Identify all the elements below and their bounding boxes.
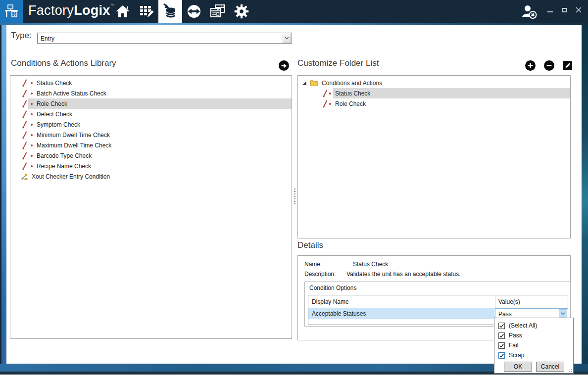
option-fail[interactable]: Fail [498, 340, 518, 350]
table-header: Display Name Value(s) [308, 295, 568, 308]
conditions-library-icon[interactable] [158, 0, 182, 23]
condition-icon [21, 100, 28, 108]
tree-node-label: Role Check [335, 100, 366, 107]
list-item[interactable]: Batch Active Status Check [10, 88, 292, 98]
description-label: Description: [304, 271, 336, 278]
add-folder-button[interactable] [525, 60, 536, 71]
option-select-all[interactable]: (Select All) [498, 321, 537, 330]
bullet-icon [329, 93, 331, 94]
add-to-folder-arrow-button[interactable] [279, 60, 289, 71]
factorylogix-logo-icon [0, 0, 23, 23]
ok-button[interactable]: OK [504, 362, 532, 372]
list-item[interactable]: Minimum Dwell Time Check [10, 130, 292, 140]
close-icon[interactable] [576, 7, 582, 13]
list-item[interactable]: Status Check [10, 78, 292, 88]
list-item-label: Status Check [37, 80, 72, 87]
tree-node-root[interactable]: Conditions and Actions [298, 78, 570, 88]
chevron-down-icon[interactable] [559, 309, 567, 318]
custom-condition-icon [21, 173, 28, 181]
list-item-label: Maximum Dwell Time Check [37, 142, 111, 149]
option-display-name: Acceptable Statuses [312, 310, 366, 317]
bullet-icon [329, 103, 331, 105]
condition-icon [21, 110, 28, 118]
condition-icon [21, 141, 28, 149]
list-item[interactable]: Symptom Check [10, 119, 292, 130]
documents-icon[interactable] [206, 0, 230, 23]
value-combo-text: Pass [498, 311, 512, 318]
folder-tree: Conditions and Actions Status Check Role… [297, 75, 571, 238]
settings-gear-icon[interactable] [230, 0, 253, 23]
user-logout-icon[interactable] [521, 4, 539, 20]
list-item-label: Xout Checker Entry Condition [32, 173, 110, 180]
type-label: Type: [11, 31, 32, 41]
checkbox-checked-icon[interactable] [498, 342, 505, 349]
list-item-label: Minimum Dwell Time Check [37, 132, 110, 139]
titlebar: FactoryLogix™ [0, 0, 588, 23]
list-item[interactable]: Recipe Name Check [10, 161, 292, 171]
tree-node-selected[interactable]: Status Check [298, 88, 570, 98]
checkbox-checked-icon[interactable] [498, 332, 505, 339]
bullet-icon [31, 93, 33, 94]
condition-icon [322, 100, 328, 108]
option-label: (Select All) [509, 322, 537, 329]
list-item-label: Barcode Type Check [37, 152, 92, 159]
list-item-label: Recipe Name Check [37, 163, 91, 170]
edit-folder-button[interactable] [563, 61, 572, 70]
list-item-label: Defect Check [37, 111, 72, 118]
folder-panel-title: Customize Folder List [297, 58, 379, 68]
type-select[interactable]: Entry [37, 33, 292, 44]
condition-icon [21, 121, 28, 129]
remove-folder-button[interactable] [544, 60, 554, 71]
list-item[interactable]: Xout Checker Entry Condition [10, 171, 292, 182]
list-item[interactable]: Maximum Dwell Time Check [10, 140, 292, 150]
list-item-selected[interactable]: Role Check [10, 98, 292, 109]
column-display-name: Display Name [312, 298, 349, 305]
condition-icon [21, 162, 28, 170]
condition-icon [21, 90, 28, 97]
bullet-icon [31, 165, 33, 167]
condition-icon [322, 90, 328, 97]
maximize-icon[interactable] [561, 7, 567, 13]
bullet-icon [31, 155, 33, 157]
panel-splitter-grip[interactable] [294, 188, 295, 205]
tree-node[interactable]: Role Check [298, 98, 570, 109]
option-label: Pass [509, 332, 522, 339]
window-frame-right [582, 25, 588, 364]
folder-icon [310, 80, 318, 87]
expander-icon[interactable] [302, 81, 307, 86]
cancel-button[interactable]: Cancel [536, 362, 564, 372]
window-controls [547, 7, 582, 13]
checkbox-checked-focused-icon[interactable] [498, 352, 505, 359]
bullet-icon [31, 113, 33, 115]
conditions-library-list: Status Check Batch Active Status Check R… [10, 75, 292, 339]
window-frame-left [0, 25, 6, 364]
bullet-icon [31, 134, 33, 136]
library-panel-title: Conditions & Actions Library [11, 58, 116, 68]
list-item[interactable]: Barcode Type Check [10, 150, 292, 161]
option-pass[interactable]: Pass [498, 330, 522, 340]
tree-node-label: Status Check [335, 90, 370, 97]
main-content: Type: Entry Conditions & Actions Library… [6, 25, 582, 364]
option-label: Fail [509, 342, 518, 349]
home-icon[interactable] [111, 0, 135, 23]
planning-grid-icon[interactable] [135, 0, 158, 23]
bullet-icon [31, 82, 33, 84]
data-transfer-icon[interactable] [182, 0, 206, 23]
bullet-icon [31, 103, 33, 105]
checkbox-checked-icon[interactable] [498, 323, 505, 329]
list-item-label: Symptom Check [37, 121, 80, 128]
minimize-icon[interactable] [547, 7, 553, 13]
name-value: Status Check [353, 261, 388, 268]
description-value: Validates the unit has an acceptable sta… [346, 271, 461, 278]
app-title: FactoryLogix™ [28, 3, 115, 18]
details-panel-title: Details [297, 240, 323, 250]
bullet-icon [31, 144, 33, 146]
column-values: Value(s) [498, 298, 520, 305]
option-label: Scrap [509, 352, 524, 359]
list-item[interactable]: Defect Check [10, 109, 292, 119]
resize-grip[interactable] [568, 369, 572, 372]
chevron-down-icon[interactable] [283, 34, 291, 43]
column-divider [495, 295, 495, 308]
name-label: Name: [304, 261, 322, 268]
option-scrap[interactable]: Scrap [498, 350, 524, 360]
